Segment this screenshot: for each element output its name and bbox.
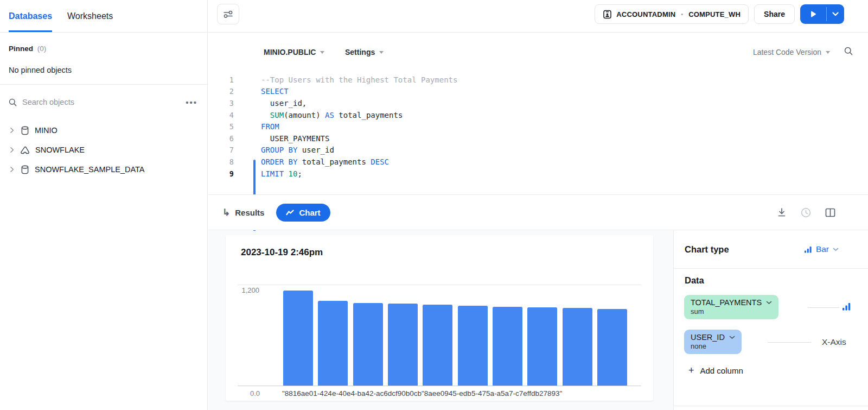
line-number: 7 (208, 146, 234, 154)
tab-worksheets[interactable]: Worksheets (67, 0, 113, 32)
tree-item-label: SNOWFLAKE_SAMPLE_DATA (35, 165, 145, 174)
search-icon (844, 47, 853, 55)
chart-bar (527, 307, 557, 386)
chart-bar (493, 307, 522, 386)
clock-icon (801, 207, 811, 218)
run-options-button[interactable] (827, 4, 844, 24)
database-context-label: MINIO.PUBLIC (264, 48, 316, 56)
code-line: 3 user_id, (208, 97, 868, 109)
series-column-pill[interactable]: TOTAL_PAYMENTS sum (684, 295, 778, 319)
pinned-label: Pinned (9, 45, 33, 53)
x-aggregation: none (691, 342, 735, 350)
tree-item[interactable]: SNOWFLAKE (0, 140, 207, 160)
tab-chart[interactable]: Chart (276, 204, 330, 222)
chevron-right-icon[interactable] (10, 127, 15, 134)
code-line: 2SELECT (208, 86, 868, 98)
series-connector-line (808, 307, 839, 308)
chevron-down-icon (729, 336, 735, 339)
panel-divider (674, 268, 868, 269)
code-line: 7GROUP BY user_id (208, 144, 868, 156)
chart-type-selector[interactable]: Bar (804, 244, 839, 254)
series-aggregation: sum (691, 307, 772, 316)
download-results-button[interactable] (777, 207, 787, 217)
tab-results[interactable]: ↳ Results (222, 208, 264, 217)
search-objects-row: Search objects ••• (0, 90, 207, 114)
chevron-right-icon[interactable] (10, 166, 15, 173)
line-number: 2 (208, 87, 234, 96)
main-area: ACCOUNTADMIN • COMPUTE_WH Share (208, 0, 868, 410)
query-history-button[interactable] (801, 207, 811, 218)
sidebar: Databases Worksheets Pinned (0) No pinne… (0, 0, 208, 410)
bar-series-icon (842, 302, 851, 311)
search-objects-input[interactable]: Search objects (22, 98, 186, 106)
download-icon (777, 207, 787, 217)
settings-label: Settings (345, 48, 375, 56)
editor-header: MINIO.PUBLIC Settings Latest Code Versio… (208, 33, 868, 71)
sliders-icon (223, 9, 233, 19)
x-axis-column-pill[interactable]: USER_ID none (684, 330, 742, 354)
y-axis-min-label: 0.0 (226, 389, 260, 398)
code-version-label: Latest Code Version (753, 48, 821, 56)
caret-down-icon (826, 51, 830, 54)
sql-editor[interactable]: 1--Top Users with the Highest Total Paym… (208, 74, 868, 188)
chevron-down-icon (766, 301, 772, 305)
line-chart-icon (286, 210, 294, 216)
shared-database-icon (21, 146, 30, 154)
tree-item-label: MINIO (35, 126, 58, 135)
chevron-down-icon (832, 12, 839, 16)
role-warehouse-selector[interactable]: ACCOUNTADMIN • COMPUTE_WH (595, 4, 749, 24)
role-warehouse-separator: • (681, 11, 683, 17)
x-axis-role-label: X-Axis (822, 337, 846, 347)
worksheet-options-button[interactable] (217, 4, 239, 24)
series-column-name: TOTAL_PAYMENTS (691, 298, 762, 307)
split-view-button[interactable] (825, 208, 835, 217)
pinned-section-header: Pinned (0) (0, 33, 207, 53)
sidebar-divider (0, 84, 207, 85)
chart-bar (597, 309, 627, 386)
code-version-dropdown[interactable]: Latest Code Version (753, 48, 830, 56)
tree-item[interactable]: SNOWFLAKE_SAMPLE_DATA (0, 160, 207, 179)
chart-card: 2023-10-19 2:46pm 1,200 0.0 "8816ae01-42… (226, 235, 653, 401)
code-line: 1--Top Users with the Highest Total Paym… (208, 74, 868, 86)
top-toolbar: ACCOUNTADMIN • COMPUTE_WH Share (208, 0, 868, 33)
bar-chart-icon (804, 246, 812, 253)
settings-dropdown[interactable]: Settings (345, 48, 384, 56)
chart-bar (458, 306, 488, 386)
plus-icon: + (688, 365, 694, 375)
tab-databases[interactable]: Databases (9, 0, 52, 32)
chart-settings-panel: Chart type Bar Data TOTAL_PAY (673, 231, 868, 410)
share-button[interactable]: Share (754, 4, 795, 24)
run-button[interactable] (800, 4, 826, 24)
no-pinned-text: No pinned objects (0, 53, 207, 84)
chart-bar (353, 303, 383, 386)
chart-bar (388, 304, 418, 386)
database-tree: MINIOSNOWFLAKESNOWFLAKE_SAMPLE_DATA (0, 121, 207, 179)
chart-bar (318, 301, 348, 386)
chevron-down-icon (833, 248, 839, 251)
chart-bar (283, 291, 313, 386)
code-line: 6 USER_PAYMENTS (208, 133, 868, 144)
chart-type-value: Bar (816, 244, 829, 254)
chart-plot-area[interactable] (226, 235, 653, 386)
code-lines: 1--Top Users with the Highest Total Paym… (208, 74, 868, 179)
search-icon (9, 98, 17, 106)
code-line: 5FROM (208, 121, 868, 133)
current-role: ACCOUNTADMIN (616, 10, 675, 18)
line-number: 1 (208, 75, 234, 84)
database-context-dropdown[interactable]: MINIO.PUBLIC (264, 48, 324, 56)
chevron-right-icon[interactable] (10, 147, 15, 153)
more-options-icon[interactable]: ••• (186, 98, 197, 107)
pinned-count: (0) (37, 45, 47, 53)
results-toolbar: ↳ Results Chart (208, 194, 868, 230)
editor-search-button[interactable] (844, 47, 853, 55)
results-label: Results (235, 208, 264, 217)
tree-item[interactable]: MINIO (0, 121, 207, 140)
x-axis-connector-line (768, 342, 811, 343)
chart-bar (563, 308, 592, 386)
sidebar-tabs: Databases Worksheets (0, 0, 207, 33)
data-heading: Data (685, 275, 704, 286)
add-column-button[interactable]: + Add column (688, 365, 743, 375)
x-axis-line (238, 386, 641, 386)
caret-down-icon (379, 51, 384, 54)
current-warehouse: COMPUTE_WH (688, 10, 741, 18)
